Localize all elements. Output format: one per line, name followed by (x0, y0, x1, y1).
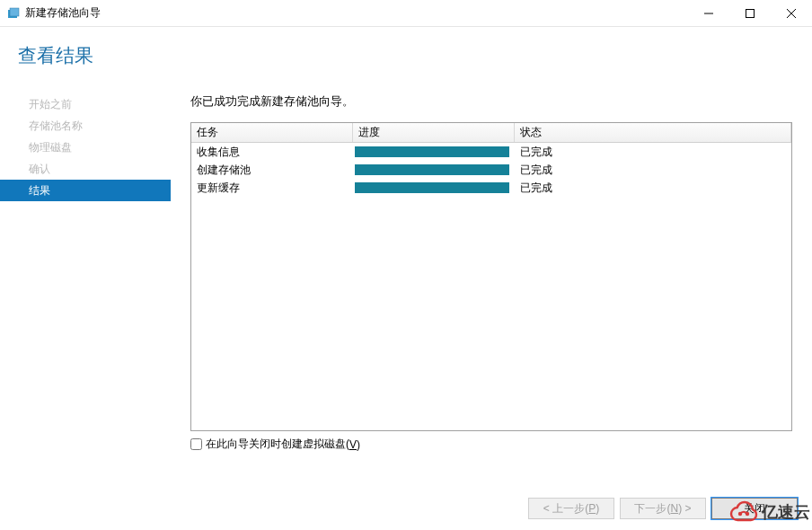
next-button: 下一步(N) > (620, 498, 706, 519)
sidebar-step-results[interactable]: 结果 (0, 180, 171, 201)
cell-task: 收集信息 (191, 145, 353, 160)
wizard-steps-sidebar: 开始之前 存储池名称 物理磁盘 确认 结果 (0, 93, 171, 452)
column-header-status[interactable]: 状态 (515, 123, 791, 142)
titlebar: 新建存储池向导 (0, 0, 812, 27)
app-icon (7, 7, 20, 20)
page-title: 查看结果 (18, 43, 794, 68)
progress-bar (355, 182, 509, 193)
create-vdisk-checkbox-row[interactable]: 在此向导关闭时创建虚拟磁盘(V) (190, 437, 792, 452)
cell-progress (353, 146, 515, 157)
results-table: 任务 进度 状态 收集信息 已完成 创建存储池 已完成 更新缓存 (190, 122, 792, 431)
svg-rect-1 (10, 8, 19, 16)
window-title: 新建存储池向导 (25, 5, 101, 21)
cell-task: 更新缓存 (191, 181, 353, 196)
column-header-task[interactable]: 任务 (191, 123, 353, 142)
watermark-text: 亿速云 (762, 501, 810, 523)
table-row[interactable]: 创建存储池 已完成 (191, 161, 791, 179)
cell-status: 已完成 (515, 181, 791, 196)
checkbox-hotkey: V (349, 438, 357, 451)
svg-rect-3 (746, 9, 755, 17)
create-vdisk-checkbox[interactable] (190, 438, 202, 450)
wizard-header: 查看结果 (0, 27, 812, 93)
checkbox-label-prefix: 在此向导关闭时创建虚拟磁盘( (206, 437, 349, 452)
sidebar-step-confirm[interactable]: 确认 (0, 158, 171, 180)
sidebar-step-before-begin[interactable]: 开始之前 (0, 93, 171, 115)
cell-status: 已完成 (515, 145, 791, 160)
table-header: 任务 进度 状态 (191, 123, 791, 143)
close-button[interactable] (771, 0, 812, 27)
progress-bar (355, 146, 509, 157)
column-header-progress[interactable]: 进度 (353, 123, 515, 142)
table-body: 收集信息 已完成 创建存储池 已完成 更新缓存 已完成 (191, 143, 791, 430)
cell-task: 创建存储池 (191, 163, 353, 178)
watermark: 亿速云 (726, 494, 812, 530)
cell-status: 已完成 (515, 163, 791, 178)
sidebar-step-pool-name[interactable]: 存储池名称 (0, 115, 171, 137)
cell-progress (353, 164, 515, 175)
progress-bar (355, 164, 509, 175)
table-row[interactable]: 收集信息 已完成 (191, 143, 791, 161)
cell-progress (353, 182, 515, 193)
previous-button: < 上一步(P) (528, 498, 614, 519)
sidebar-step-physical-disks[interactable]: 物理磁盘 (0, 137, 171, 158)
maximize-button[interactable] (729, 0, 771, 27)
minimize-button[interactable] (688, 0, 729, 27)
completion-message: 你已成功完成新建存储池向导。 (190, 93, 792, 110)
window-controls (688, 0, 812, 27)
watermark-logo-icon (726, 494, 762, 530)
checkbox-label-suffix: ) (357, 438, 360, 451)
table-row[interactable]: 更新缓存 已完成 (191, 179, 791, 197)
